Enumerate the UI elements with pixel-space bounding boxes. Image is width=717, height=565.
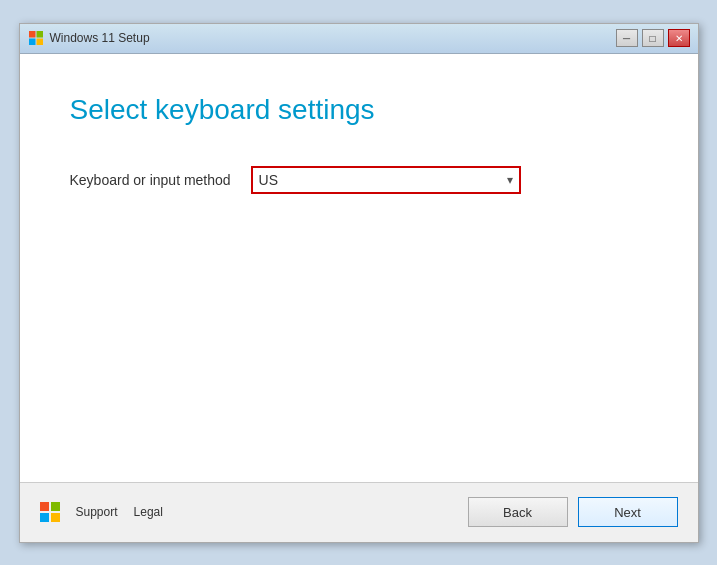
setup-window: Windows 11 Setup ─ □ ✕ Select keyboard s… (19, 23, 699, 543)
title-bar: Windows 11 Setup ─ □ ✕ (20, 24, 698, 54)
keyboard-label: Keyboard or input method (70, 172, 231, 188)
microsoft-logo (40, 502, 60, 522)
title-bar-text: Windows 11 Setup (50, 31, 150, 45)
ms-logo-red (40, 502, 49, 511)
svg-rect-2 (29, 39, 36, 46)
keyboard-select[interactable]: US United Kingdom French German Spanish … (251, 166, 521, 194)
back-button[interactable]: Back (468, 497, 568, 527)
content-area: Select keyboard settings Keyboard or inp… (20, 54, 698, 482)
ms-logo-green (51, 502, 60, 511)
minimize-button[interactable]: ─ (616, 29, 638, 47)
next-button[interactable]: Next (578, 497, 678, 527)
footer-right: Back Next (468, 497, 678, 527)
svg-rect-1 (36, 31, 43, 38)
close-button[interactable]: ✕ (668, 29, 690, 47)
svg-rect-3 (36, 39, 43, 46)
keyboard-select-wrapper: US United Kingdom French German Spanish … (251, 166, 521, 194)
ms-logo-yellow (51, 513, 60, 522)
title-bar-controls: ─ □ ✕ (616, 29, 690, 47)
windows-icon (28, 30, 44, 46)
footer-left: Support Legal (40, 502, 163, 522)
page-title: Select keyboard settings (70, 94, 648, 126)
legal-link[interactable]: Legal (134, 505, 163, 519)
support-link[interactable]: Support (76, 505, 118, 519)
keyboard-form-row: Keyboard or input method US United Kingd… (70, 166, 648, 194)
svg-rect-0 (29, 31, 36, 38)
restore-button[interactable]: □ (642, 29, 664, 47)
title-bar-left: Windows 11 Setup (28, 30, 150, 46)
ms-logo-blue (40, 513, 49, 522)
footer: Support Legal Back Next (20, 482, 698, 542)
